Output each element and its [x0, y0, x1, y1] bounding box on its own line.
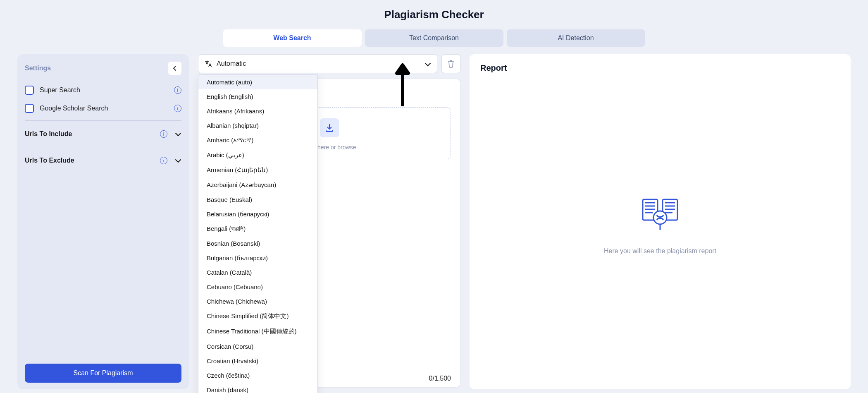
collapse-sidebar-button[interactable]	[168, 62, 181, 75]
language-dropdown: Automatic (auto)English (English)Afrikaa…	[198, 74, 318, 393]
urls-exclude-accordion[interactable]: Urls To Exclude i	[25, 149, 181, 172]
divider	[25, 120, 181, 121]
language-option[interactable]: Armenian (Հայերեն)	[198, 163, 317, 177]
language-option[interactable]: Azerbaijani (Azərbaycan)	[198, 177, 317, 192]
info-icon[interactable]: i	[160, 130, 167, 138]
language-option[interactable]: Automatic (auto)	[198, 75, 317, 89]
report-empty-msg: Here you will see the plagiarism report	[604, 247, 716, 255]
svg-point-2	[653, 211, 667, 224]
info-icon[interactable]: i	[160, 157, 167, 164]
report-title: Report	[480, 63, 840, 73]
language-option[interactable]: Arabic (عربي)	[198, 148, 317, 163]
settings-sidebar: Settings Super Search i Google Scholar S…	[17, 54, 189, 389]
clear-button[interactable]	[441, 54, 460, 73]
language-selected-label: Automatic	[217, 60, 424, 67]
super-search-label: Super Search	[40, 86, 168, 94]
language-option[interactable]: Albanian (shqiptar)	[198, 118, 317, 133]
scan-button[interactable]: Scan For Plagiarism	[25, 364, 181, 383]
language-option[interactable]: Afrikaans (Afrikaans)	[198, 104, 317, 118]
language-option[interactable]: Catalan (Català)	[198, 265, 317, 280]
language-option[interactable]: Cebuano (Cebuano)	[198, 280, 317, 294]
language-option[interactable]: Bengali (বাঙালি)	[198, 221, 317, 236]
language-option[interactable]: English (English)	[198, 89, 317, 104]
setting-super-search: Super Search i	[25, 82, 181, 101]
language-select[interactable]: Automatic	[198, 54, 437, 73]
language-option[interactable]: Belarusian (беларускі)	[198, 207, 317, 221]
page-title: Plagiarism Checker	[0, 8, 868, 21]
tab-ai-detection[interactable]: AI Detection	[507, 29, 645, 47]
language-option[interactable]: Danish (dansk)	[198, 383, 317, 393]
upload-icon	[320, 118, 339, 137]
chevron-left-icon	[173, 65, 177, 71]
info-icon[interactable]: i	[174, 86, 181, 94]
language-option[interactable]: Bosnian (Bosanski)	[198, 236, 317, 251]
info-icon[interactable]: i	[174, 105, 181, 112]
urls-include-label: Urls To Include	[25, 130, 72, 138]
language-option[interactable]: Bulgarian (български)	[198, 251, 317, 265]
tab-web-search[interactable]: Web Search	[223, 29, 362, 47]
translate-icon	[204, 60, 212, 68]
super-search-checkbox[interactable]	[25, 86, 34, 95]
editor-column: Automatic Automatic (auto)English (Engli…	[198, 54, 460, 389]
language-option[interactable]: Chinese Simplified (简体中文)	[198, 309, 317, 324]
google-scholar-label: Google Scholar Search	[40, 105, 168, 112]
setting-google-scholar: Google Scholar Search i	[25, 101, 181, 119]
language-option[interactable]: Chichewa (Chichewa)	[198, 294, 317, 309]
language-option[interactable]: Amharic (አማርኛ)	[198, 133, 317, 148]
tabs: Web Search Text Comparison AI Detection	[0, 29, 868, 47]
language-option[interactable]: Chinese Traditional (中國傳統的)	[198, 324, 317, 339]
google-scholar-checkbox[interactable]	[25, 104, 34, 113]
tab-text-comparison[interactable]: Text Comparison	[365, 29, 503, 47]
report-empty-icon	[639, 195, 681, 238]
settings-title: Settings	[25, 65, 51, 72]
chevron-down-icon	[424, 59, 431, 69]
language-option[interactable]: Corsican (Corsu)	[198, 339, 317, 354]
divider	[25, 147, 181, 147]
urls-include-accordion[interactable]: Urls To Include i	[25, 122, 181, 145]
chevron-down-icon	[175, 129, 181, 139]
language-option[interactable]: Czech (čeština)	[198, 368, 317, 383]
trash-icon	[447, 60, 455, 68]
language-option[interactable]: Croatian (Hrvatski)	[198, 354, 317, 368]
urls-exclude-label: Urls To Exclude	[25, 157, 74, 164]
char-counter: 0/1,500	[429, 375, 451, 382]
report-panel: Report Here you will see the plagiarism …	[470, 54, 851, 389]
language-option[interactable]: Basque (Euskal)	[198, 192, 317, 207]
chevron-down-icon	[175, 156, 181, 165]
